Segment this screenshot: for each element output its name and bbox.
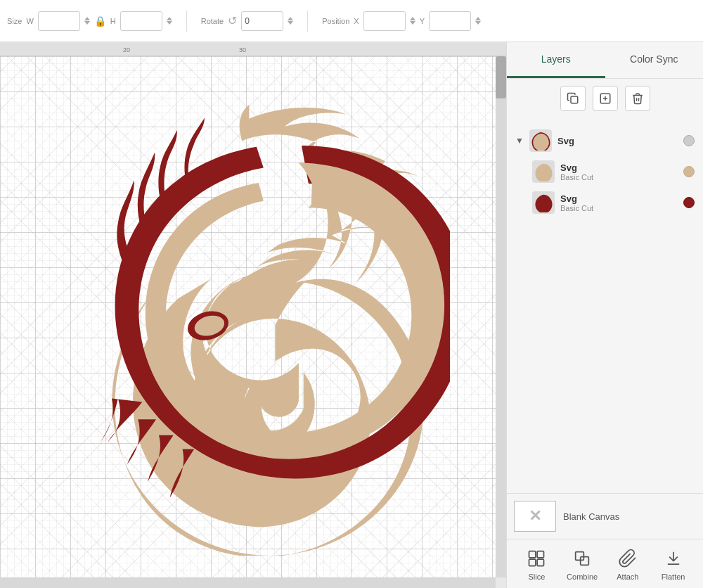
- layer2-thumb-svg: [534, 193, 553, 212]
- y-input[interactable]: [429, 11, 471, 31]
- attach-svg-icon: [618, 549, 638, 568]
- layer-tools-bar: [507, 79, 703, 118]
- layer2-thumb: [532, 191, 555, 214]
- layer-item-1[interactable]: Svg Basic Cut: [507, 156, 703, 187]
- toolbar: Size W 🔒 H Rotate ↺ Position X Y: [0, 0, 703, 42]
- svg-rect-6: [529, 551, 536, 557]
- lock-icon: 🔒: [94, 15, 106, 27]
- layer2-name: Svg: [560, 193, 678, 204]
- tab-color-sync-label: Color Sync: [630, 53, 678, 65]
- layer1-thumb: [532, 160, 555, 183]
- flatten-svg-icon: [664, 549, 683, 568]
- layer2-sublabel: Basic Cut: [560, 204, 678, 212]
- layers-list[interactable]: ▼ Svg: [507, 118, 703, 493]
- rotate-stepper[interactable]: [288, 17, 293, 25]
- size-label: Size: [7, 17, 22, 25]
- combine-button[interactable]: Combine: [563, 547, 602, 581]
- chevron-down-icon: ▼: [515, 136, 524, 146]
- delete-icon: [631, 92, 644, 105]
- ruler-top: 20 30: [0, 42, 506, 56]
- layer-item-2[interactable]: Svg Basic Cut: [507, 187, 703, 218]
- group-info: Svg: [557, 136, 678, 146]
- width-down-arrow[interactable]: [84, 21, 90, 25]
- scrollbar-horizontal[interactable]: [0, 577, 496, 588]
- height-stepper[interactable]: [167, 17, 172, 25]
- panel-tabs: Layers Color Sync: [507, 42, 703, 79]
- svg-rect-10: [576, 551, 584, 560]
- scrollbar-vertical[interactable]: [496, 56, 506, 577]
- flatten-label: Flatten: [662, 573, 685, 581]
- blank-canvas-label: Blank Canvas: [563, 511, 619, 522]
- flames-logo-container[interactable]: [56, 91, 450, 556]
- height-input[interactable]: [120, 11, 162, 31]
- width-up-arrow[interactable]: [84, 17, 90, 20]
- flatten-button[interactable]: Flatten: [654, 547, 692, 581]
- layer1-info: Svg Basic Cut: [560, 162, 678, 181]
- sep2: [307, 11, 308, 32]
- flatten-icon: [662, 547, 685, 570]
- layer-group-svg: ▼ Svg: [507, 125, 703, 218]
- width-stepper[interactable]: [84, 17, 90, 25]
- layer1-name: Svg: [560, 162, 678, 173]
- group-visibility-dot[interactable]: [683, 135, 695, 146]
- height-down-arrow[interactable]: [167, 21, 172, 25]
- tab-layers-label: Layers: [541, 53, 571, 65]
- bottom-canvas-panel: ✕ Blank Canvas: [507, 493, 703, 539]
- ruler-marks: 20 30: [0, 42, 506, 56]
- ruler-mark-30: 30: [239, 46, 246, 53]
- attach-icon: [617, 547, 639, 570]
- combine-icon: [571, 547, 593, 570]
- h-label: H: [110, 17, 116, 25]
- rotate-down-arrow[interactable]: [288, 21, 293, 25]
- w-label: W: [26, 17, 33, 25]
- width-input[interactable]: [38, 11, 80, 31]
- combine-svg-icon: [572, 549, 592, 568]
- slice-button[interactable]: Slice: [517, 547, 556, 581]
- scrollbar-thumb-vertical[interactable]: [496, 56, 506, 98]
- slice-svg-icon: [527, 549, 546, 568]
- copy-icon: [567, 92, 579, 105]
- rotate-up-arrow[interactable]: [288, 17, 293, 20]
- layer-delete-button[interactable]: [625, 86, 650, 111]
- y-down-arrow[interactable]: [475, 21, 481, 25]
- slice-label: Slice: [528, 573, 545, 581]
- add-icon: [599, 92, 612, 105]
- y-up-arrow[interactable]: [475, 17, 481, 20]
- group-name: Svg: [557, 136, 678, 146]
- layer2-visibility-dot[interactable]: [683, 197, 695, 208]
- height-up-arrow[interactable]: [167, 17, 172, 20]
- svg-rect-8: [529, 559, 536, 565]
- y-stepper[interactable]: [475, 17, 481, 25]
- sep1: [186, 11, 187, 32]
- ruler-mark-20: 20: [123, 46, 130, 53]
- tab-color-sync[interactable]: Color Sync: [605, 42, 704, 78]
- x-down-arrow[interactable]: [410, 21, 415, 25]
- rotate-input[interactable]: [241, 11, 283, 31]
- right-panel: Layers Color Sync: [506, 42, 703, 588]
- combine-label: Combine: [567, 573, 598, 581]
- attach-label: Attach: [617, 573, 638, 581]
- svg-rect-7: [538, 551, 544, 557]
- x-stepper[interactable]: [410, 17, 415, 25]
- layer1-sublabel: Basic Cut: [560, 173, 678, 181]
- attach-button[interactable]: Attach: [608, 547, 647, 581]
- svg-rect-11: [581, 556, 589, 565]
- layer1-visibility-dot[interactable]: [683, 166, 695, 177]
- group-thumb: [529, 129, 552, 152]
- layer-copy-button[interactable]: [560, 86, 586, 111]
- y-label: Y: [420, 17, 425, 25]
- svg-rect-9: [538, 559, 544, 565]
- tab-layers[interactable]: Layers: [507, 42, 605, 78]
- layer-add-button[interactable]: [593, 86, 618, 111]
- canvas-area[interactable]: 20 30: [0, 42, 506, 588]
- grid-canvas[interactable]: [0, 56, 496, 577]
- svg-rect-2: [571, 96, 578, 103]
- layer1-thumb-svg: [534, 162, 553, 181]
- toolbar-position-group: Position X Y: [322, 11, 481, 31]
- slice-icon: [525, 547, 548, 570]
- layer-group-header[interactable]: ▼ Svg: [507, 125, 703, 156]
- action-bar: Slice Combine Attach: [507, 539, 703, 588]
- x-up-arrow[interactable]: [410, 17, 415, 20]
- x-input[interactable]: [363, 11, 406, 31]
- main-area: 20 30: [0, 42, 703, 588]
